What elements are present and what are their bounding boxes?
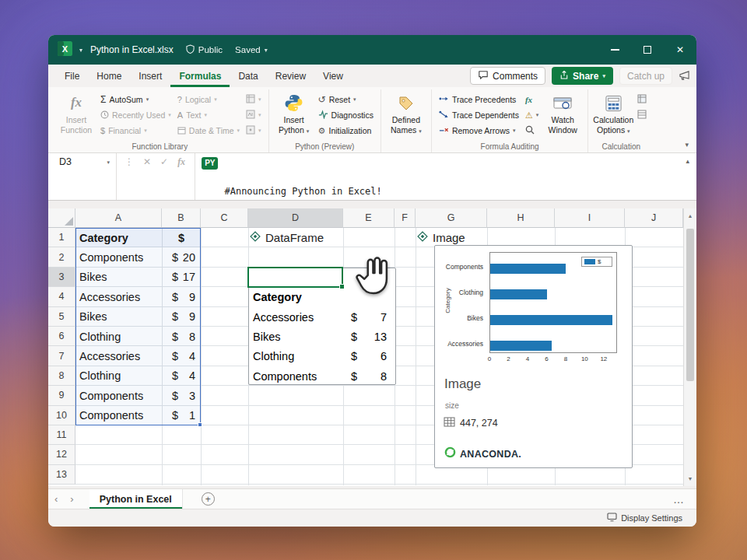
defined-names-button[interactable]: Defined Names ▾: [385, 91, 427, 136]
row-header-10[interactable]: 10: [48, 406, 75, 425]
tab-formulas[interactable]: Formulas: [170, 65, 230, 87]
tab-data[interactable]: Data: [230, 65, 266, 87]
row-header-6[interactable]: 6: [48, 327, 75, 346]
display-settings-button[interactable]: Display Settings: [607, 513, 682, 523]
cell-a2[interactable]: Components: [75, 251, 162, 264]
cell-a10[interactable]: Components: [75, 409, 162, 422]
dataframe-row[interactable]: Bikes$13: [249, 327, 395, 347]
python-reset-button[interactable]: ↺ Reset ▾: [316, 92, 376, 107]
row-header-13[interactable]: 13: [48, 465, 75, 485]
row-header-12[interactable]: 12: [48, 445, 75, 464]
math-trig-button[interactable]: ▾: [244, 107, 264, 123]
show-formulas-button[interactable]: fx: [523, 92, 541, 107]
active-cell-d3[interactable]: [247, 267, 343, 288]
cell-b5[interactable]: $9: [162, 310, 201, 323]
cell-a5[interactable]: Bikes: [75, 310, 162, 323]
cell-a3[interactable]: Bikes: [75, 271, 162, 283]
insert-python-button[interactable]: Insert Python ▾: [273, 91, 315, 136]
lookup-reference-button[interactable]: ▾: [244, 92, 264, 107]
trace-dependents-button[interactable]: Trace Dependents: [437, 107, 521, 123]
enter-entry-icon[interactable]: ✓: [160, 156, 168, 167]
autosum-button[interactable]: Σ AutoSum ▾: [98, 92, 174, 107]
title-menu-chevron-icon[interactable]: ▾: [79, 47, 82, 54]
tab-insert[interactable]: Insert: [130, 65, 170, 87]
more-functions-button[interactable]: ▾: [244, 123, 264, 138]
dataframe-row[interactable]: Clothing$6: [249, 347, 395, 366]
sheet-more-icon[interactable]: …: [673, 493, 684, 506]
cell-b2[interactable]: $20: [162, 251, 201, 264]
evaluate-formula-button[interactable]: [523, 123, 541, 138]
calculation-options-button[interactable]: Calculation Options ▾: [592, 91, 634, 136]
col-header-g[interactable]: G: [416, 208, 487, 228]
collapse-ribbon-icon[interactable]: ▾: [685, 141, 689, 149]
sheet-prev-icon[interactable]: ‹: [48, 493, 64, 505]
sheet-next-icon[interactable]: ›: [64, 493, 79, 505]
row-header-1[interactable]: 1: [48, 228, 75, 247]
range-handle[interactable]: [198, 422, 202, 427]
calculate-now-button[interactable]: [635, 92, 649, 107]
scrollbar-thumb[interactable]: [686, 229, 694, 381]
close-button[interactable]: ✕: [664, 35, 696, 65]
cell-a1[interactable]: Category: [75, 232, 162, 244]
python-initialization-button[interactable]: ⚙ Initialization: [316, 123, 376, 138]
cell-b3[interactable]: $17: [162, 271, 201, 283]
collapse-formula-bar-icon[interactable]: ▴: [686, 157, 689, 165]
cancel-entry-icon[interactable]: ✕: [143, 156, 151, 167]
python-diagnostics-button[interactable]: Diagnostics: [316, 107, 376, 123]
add-sheet-button[interactable]: +: [202, 492, 215, 506]
trace-precedents-button[interactable]: Trace Precedents: [437, 92, 521, 107]
dataframe-title[interactable]: DataFrame: [250, 228, 324, 247]
image-card[interactable]: Category Components Clothing Bikes Acces…: [434, 245, 633, 468]
maximize-button[interactable]: [631, 35, 664, 65]
col-header-a[interactable]: A: [75, 208, 162, 228]
select-all-button[interactable]: [48, 208, 75, 228]
megaphone-icon[interactable]: [679, 69, 690, 83]
dataframe-row[interactable]: Accessories$7: [249, 308, 395, 327]
tab-view[interactable]: View: [314, 65, 352, 87]
row-header-3[interactable]: 3: [48, 268, 75, 287]
col-header-c[interactable]: C: [201, 208, 248, 228]
row-header-9[interactable]: 9: [48, 386, 75, 405]
saved-status[interactable]: Saved ▾: [235, 45, 268, 54]
formula-line-1[interactable]: #Announcing Python in Excel!: [224, 184, 454, 199]
cell-a8[interactable]: Clothing: [75, 369, 162, 382]
sheet-tab-python-in-excel[interactable]: Python in Excel: [89, 489, 183, 509]
watch-window-button[interactable]: Watch Window: [542, 91, 584, 135]
dataframe-row[interactable]: Components$8: [249, 367, 395, 387]
tab-home[interactable]: Home: [88, 65, 130, 87]
remove-arrows-button[interactable]: Remove Arrows ▾: [437, 123, 521, 138]
insert-function-button[interactable]: fx Insert Function: [55, 91, 97, 135]
col-header-h[interactable]: H: [487, 208, 555, 228]
text-button[interactable]: A Text ▾: [175, 107, 242, 123]
vertical-scrollbar[interactable]: ▲ ▼: [683, 208, 696, 486]
fill-handle[interactable]: [339, 284, 345, 289]
cell-a9[interactable]: Components: [75, 390, 162, 402]
row-header-7[interactable]: 7: [48, 346, 75, 366]
cell-b1[interactable]: $: [162, 232, 201, 244]
minimize-button[interactable]: [598, 35, 631, 65]
name-box[interactable]: D3 ▾: [48, 153, 117, 200]
error-checking-button[interactable]: ⚠ ▾: [523, 107, 541, 123]
tab-file[interactable]: File: [56, 65, 88, 87]
col-header-j[interactable]: J: [625, 208, 683, 228]
row-header-4[interactable]: 4: [48, 287, 75, 306]
share-button[interactable]: Share ▾: [552, 67, 613, 85]
cell-a4[interactable]: Accessories: [75, 291, 162, 303]
scroll-down-icon[interactable]: ▼: [684, 476, 696, 481]
date-time-button[interactable]: Date & Time ▾: [175, 123, 242, 138]
col-header-e[interactable]: E: [343, 208, 395, 228]
financial-button[interactable]: $ Financial ▾: [98, 123, 174, 138]
cell-b6[interactable]: $8: [162, 331, 201, 343]
sensitivity-badge[interactable]: Public: [186, 44, 223, 55]
row-header-2[interactable]: 2: [48, 247, 75, 267]
catch-up-button[interactable]: Catch up: [619, 67, 672, 85]
calculate-sheet-button[interactable]: [635, 107, 649, 123]
cell-b8[interactable]: $4: [162, 369, 201, 382]
logical-button[interactable]: ? Logical ▾: [175, 92, 242, 107]
cell-a7[interactable]: Accessories: [75, 350, 162, 362]
cells-area[interactable]: Category$ Components$20 Bikes$17 Accesso…: [75, 228, 683, 485]
cell-b7[interactable]: $4: [162, 350, 201, 362]
row-header-8[interactable]: 8: [48, 366, 75, 386]
cell-a6[interactable]: Clothing: [75, 331, 162, 343]
excel-logo-icon[interactable]: X: [58, 41, 72, 59]
